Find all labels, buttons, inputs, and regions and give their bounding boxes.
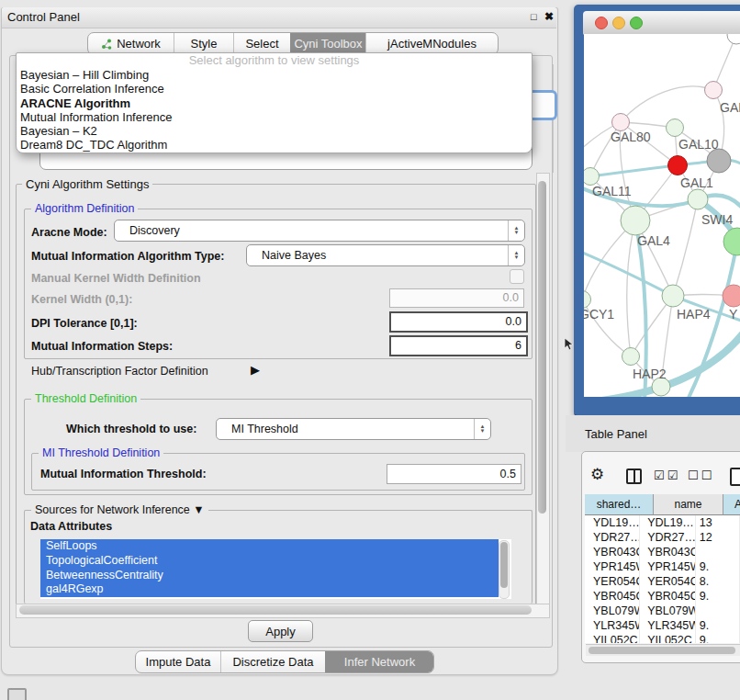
scrollbar-thumb[interactable] bbox=[538, 181, 546, 514]
scrollbar-thumb[interactable] bbox=[19, 605, 532, 615]
manual-kernel-checkbox[interactable] bbox=[510, 269, 524, 284]
node-GAL10[interactable] bbox=[667, 119, 684, 137]
tab-infer-network[interactable]: Infer Network bbox=[325, 651, 433, 672]
collapsed-panel-icon[interactable] bbox=[7, 688, 27, 700]
table-cell: 13 bbox=[696, 515, 740, 530]
table-horizontal-scrollbar[interactable] bbox=[586, 644, 740, 656]
aracne-mode-select[interactable]: Discovery ▲▼ bbox=[114, 220, 525, 242]
attribute-item-betweennesscentrality[interactable]: BetweennessCentrality bbox=[40, 569, 499, 583]
algorithm-option-bayesian-k2[interactable]: Bayesian – K2 bbox=[17, 124, 532, 138]
table-row[interactable]: YER054CYER054C8. bbox=[585, 574, 740, 589]
tab-network[interactable]: Network bbox=[88, 33, 174, 54]
control-panel-title: Control Panel bbox=[7, 10, 80, 24]
table-cell: YIL052C bbox=[640, 633, 696, 643]
column-header-shared[interactable]: shared… bbox=[585, 494, 654, 515]
node-top-partial[interactable] bbox=[727, 34, 740, 44]
tab-impute-data[interactable]: Impute Data bbox=[136, 651, 220, 672]
aracne-mode-label: Aracne Mode: bbox=[31, 226, 107, 239]
node-GAL11[interactable] bbox=[584, 168, 600, 186]
settings-horizontal-scrollbar[interactable] bbox=[16, 604, 550, 618]
tab-select[interactable]: Select bbox=[233, 33, 290, 54]
zoom-light[interactable] bbox=[630, 17, 643, 29]
algorithm-option-basic-correlation-inference[interactable]: Basic Correlation Inference bbox=[17, 82, 532, 96]
which-threshold-select[interactable]: MI Threshold ▲▼ bbox=[216, 418, 491, 440]
table-row[interactable]: YBL079WYBL079W bbox=[585, 604, 740, 618]
node-GAL80[interactable] bbox=[612, 114, 630, 131]
table-panel-title: Table Panel bbox=[585, 427, 647, 441]
tab-discretize-data[interactable]: Discretize Data bbox=[220, 651, 325, 672]
mi-steps-label: Mutual Information Steps: bbox=[31, 340, 173, 353]
node-label-hap2: HAP2 bbox=[633, 367, 667, 381]
expander-collapsed-icon[interactable]: ▶ bbox=[251, 363, 260, 377]
gear-icon[interactable]: ⚙ bbox=[590, 465, 604, 484]
hub-definition-label[interactable]: Hub/Transcription Factor Definition bbox=[31, 365, 208, 378]
node-HAP2[interactable] bbox=[622, 348, 640, 366]
tab-style[interactable]: Style bbox=[174, 33, 233, 54]
table-row[interactable]: YIL052CYIL052C9. bbox=[585, 633, 740, 643]
algorithm-definition-title: Algorithm Definition bbox=[31, 202, 138, 215]
select-all-icon[interactable]: ☑☑ bbox=[654, 469, 680, 482]
table-row[interactable]: YBR045CYBR045C9. bbox=[585, 589, 740, 604]
table-cell: 12 bbox=[696, 530, 740, 545]
node-bright-green[interactable] bbox=[723, 228, 740, 255]
settings-vertical-scrollbar[interactable] bbox=[536, 173, 550, 604]
table-row[interactable]: YDR27…YDR27…12 bbox=[585, 530, 740, 545]
network-canvas[interactable]: GALGAL80GAL10GAL1GAL11SWI4GAL4GCY1HAP4YH… bbox=[584, 34, 740, 397]
node-selected-red[interactable] bbox=[668, 156, 688, 175]
columns-icon[interactable] bbox=[626, 469, 642, 484]
node-label-gal1: GAL1 bbox=[680, 175, 713, 190]
node-GCY1[interactable] bbox=[584, 291, 591, 309]
attribute-item-selfloops[interactable]: SelfLoops bbox=[40, 539, 499, 554]
scrollbar-thumb[interactable] bbox=[500, 542, 508, 588]
attribute-item-topologicalcoefficient[interactable]: TopologicalCoefficient bbox=[40, 554, 499, 569]
node-label-gal10: GAL10 bbox=[678, 137, 719, 152]
table-row[interactable]: YPR145WYPR145W9. bbox=[585, 559, 740, 574]
network-window-titlebar[interactable] bbox=[583, 11, 740, 35]
node-SWI4[interactable] bbox=[688, 189, 708, 209]
tab-label: Cyni Toolbox bbox=[294, 37, 362, 51]
tab-jactivemnodules[interactable]: jActiveMNodules bbox=[365, 33, 498, 54]
apply-button[interactable]: Apply bbox=[248, 620, 313, 642]
table-header: shared…nameA bbox=[585, 494, 740, 515]
dpi-tolerance-field[interactable]: 0.0 bbox=[389, 311, 528, 333]
mi-threshold-field[interactable]: 0.5 bbox=[387, 464, 521, 484]
column-header-a[interactable]: A bbox=[723, 494, 740, 515]
column-header-name[interactable]: name bbox=[654, 494, 723, 515]
table-cell: YBL079W bbox=[640, 604, 696, 618]
node-HAP4[interactable] bbox=[662, 285, 684, 307]
table-body: YDL19…YDL19…13YDR27…YDR27…12YBR043CYBR04… bbox=[585, 515, 740, 643]
node-label-y: Y bbox=[729, 307, 738, 322]
combo-stepper-icon: ▲▼ bbox=[508, 220, 524, 241]
table-row[interactable]: YBR043CYBR043C bbox=[585, 545, 740, 559]
node-GAL1[interactable] bbox=[707, 149, 731, 173]
close-light[interactable] bbox=[595, 17, 608, 29]
mi-type-select[interactable]: Naive Bayes ▲▼ bbox=[246, 244, 525, 266]
table-row[interactable]: YLR345WYLR345W9. bbox=[585, 618, 740, 633]
algorithm-option-mutual-information-inference[interactable]: Mutual Information Inference bbox=[17, 110, 532, 124]
tab-label: Network bbox=[117, 37, 161, 51]
deselect-all-icon[interactable]: ☐☐ bbox=[688, 469, 714, 482]
mi-steps-field[interactable]: 6 bbox=[389, 335, 528, 356]
close-icon[interactable]: ✖ bbox=[544, 10, 554, 23]
node-salmon[interactable] bbox=[723, 285, 740, 307]
attribute-list-scrollbar[interactable] bbox=[499, 540, 510, 599]
table-cell: YER054C bbox=[640, 574, 696, 589]
float-icon[interactable]: □ bbox=[531, 11, 537, 22]
table-row[interactable]: YDL19…YDL19…13 bbox=[585, 515, 740, 530]
algorithm-option-dream8-dc-tdc-algorithm[interactable]: Dream8 DC_TDC Algorithm bbox=[17, 138, 532, 152]
expander-expanded-icon[interactable]: ▼ bbox=[193, 503, 204, 516]
minimize-light[interactable] bbox=[612, 17, 625, 29]
tab-label: Style bbox=[191, 37, 218, 51]
algorithm-option-bayesian-hill-climbing[interactable]: Bayesian – Hill Climbing bbox=[17, 68, 532, 82]
scrollbar-thumb[interactable] bbox=[589, 647, 735, 654]
node-pink-top[interactable] bbox=[705, 82, 723, 99]
data-attributes-label: Data Attributes bbox=[30, 520, 112, 533]
node-label-gal80: GAL80 bbox=[611, 130, 651, 144]
file-icon[interactable] bbox=[730, 468, 740, 486]
tab-cyni-toolbox[interactable]: Cyni Toolbox bbox=[290, 33, 365, 54]
node-GAL4[interactable] bbox=[621, 206, 650, 235]
manual-kernel-label: Manual Kernel Width Definition bbox=[31, 272, 201, 285]
attribute-item-gal4rgexp[interactable]: gal4RGexp bbox=[40, 582, 499, 597]
algorithm-option-aracne-algorithm[interactable]: ARACNE Algorithm bbox=[17, 96, 532, 110]
table-cell bbox=[696, 545, 740, 559]
